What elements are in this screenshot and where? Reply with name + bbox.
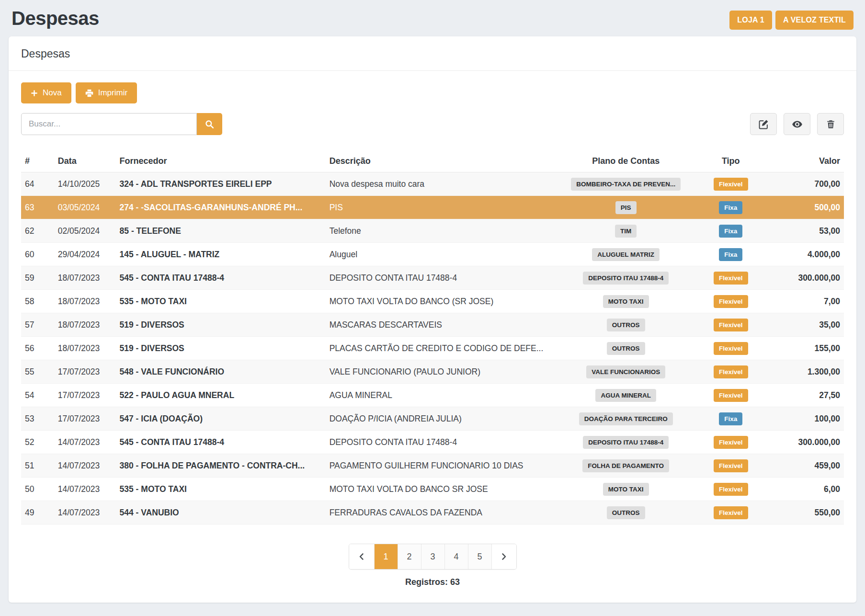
search-input[interactable] [21,113,197,135]
row-supplier: 324 - ADL TRANSPORTES EIRELI EPP [116,172,326,196]
store-button[interactable]: LOJA 1 [729,11,772,30]
row-supplier: 535 - MOTO TAXI [116,290,326,313]
page-button-5[interactable]: 5 [468,544,491,569]
pagination-next[interactable] [491,544,516,569]
pagination: 12345 [349,544,517,570]
view-button[interactable] [784,113,810,135]
row-description: MOTO TAXI VOLTA DO BANCO (SR JOSE) [326,290,556,313]
row-id: 63 [21,196,54,219]
page-button-2[interactable]: 2 [398,544,421,569]
type-badge: Flexível [714,272,748,285]
row-description: VALE FUNCIONARIO (PAULO JUNIOR) [326,360,556,384]
edit-button[interactable] [750,113,777,135]
row-account-plan-cell: DEPOSITO ITAU 17488-4 [556,266,696,290]
row-type-cell: Flexível [696,431,766,454]
row-type-cell: Fixa [696,219,766,243]
table-row[interactable]: 63 03/05/2024 274 - -SACOLITAS-GARANHUNS… [21,196,844,219]
new-expense-label: Nova [43,88,62,98]
type-badge: Flexível [714,506,748,519]
row-account-plan-cell: VALE FUNCIONARIOS [556,360,696,384]
table-row[interactable]: 57 18/07/2023 519 - DIVERSOS MASCARAS DE… [21,313,844,337]
row-description: MASCARAS DESCARTAVEIS [326,313,556,337]
table-row[interactable]: 55 17/07/2023 548 - VALE FUNCIONÁRIO VAL… [21,360,844,384]
row-id: 59 [21,266,54,290]
row-supplier: 85 - TELEFONE [116,219,326,243]
table-row[interactable]: 51 14/07/2023 380 - FOLHA DE PAGAMENTO -… [21,454,844,478]
page: Despesas LOJA 1 A VELOZ TEXTIL Despesas … [0,0,865,603]
row-supplier: 545 - CONTA ITAU 17488-4 [116,431,326,454]
search-icon [205,120,214,129]
row-account-plan-cell: OUTROS [556,337,696,360]
table-row[interactable]: 56 18/07/2023 519 - DIVERSOS PLACAS CART… [21,337,844,360]
chevron-left-icon [358,553,365,560]
row-value: 27,50 [766,384,844,407]
table-row[interactable]: 54 17/07/2023 522 - PAULO AGUA MNERAL AG… [21,384,844,407]
row-supplier: 545 - CONTA ITAU 17488-4 [116,266,326,290]
row-value: 1.300,00 [766,360,844,384]
table-row[interactable]: 58 18/07/2023 535 - MOTO TAXI MOTO TAXI … [21,290,844,313]
row-value: 7,00 [766,290,844,313]
print-button[interactable]: Imprimir [76,82,137,103]
row-type-cell: Flexível [696,290,766,313]
row-date: 18/07/2023 [54,290,116,313]
row-description: PIS [326,196,556,219]
pagination-prev[interactable] [349,544,374,569]
row-date: 14/07/2023 [54,501,116,525]
table-row[interactable]: 53 17/07/2023 547 - ICIA (DOAÇÃO) DOAÇÃO… [21,407,844,431]
table-row[interactable]: 60 29/04/2024 145 - ALUGUEL - MATRIZ Alu… [21,243,844,266]
row-account-plan-cell: BOMBEIRO-TAXA DE PREVEN... [556,172,696,196]
account-plan-badge: BOMBEIRO-TAXA DE PREVEN... [571,178,681,191]
type-badge: Fixa [719,412,742,425]
search-button[interactable] [197,113,222,135]
expenses-table: #DataFornecedorDescriçãoPlano de ContasT… [21,150,844,525]
search-group [21,113,222,135]
row-value: 100,00 [766,407,844,431]
table-head: #DataFornecedorDescriçãoPlano de ContasT… [21,150,844,172]
type-badge: Flexível [714,319,748,331]
page-button-4[interactable]: 4 [444,544,468,569]
row-value: 155,00 [766,337,844,360]
row-id: 56 [21,337,54,360]
records-count: Registros: 63 [21,577,844,587]
type-badge: Fixa [719,225,742,238]
row-date: 14/10/2025 [54,172,116,196]
row-account-plan-cell: MOTO TAXI [556,478,696,501]
row-supplier: 145 - ALUGUEL - MATRIZ [116,243,326,266]
company-button[interactable]: A VELOZ TEXTIL [775,11,854,30]
page-button-1[interactable]: 1 [374,544,398,569]
table-row[interactable]: 49 14/07/2023 544 - VANUBIO FERRADURAS C… [21,501,844,525]
type-badge: Flexível [714,436,748,449]
page-header: Despesas LOJA 1 A VELOZ TEXTIL [9,6,856,30]
header-badges: LOJA 1 A VELOZ TEXTIL [729,6,854,30]
account-plan-badge: MOTO TAXI [603,483,649,496]
row-supplier: 544 - VANUBIO [116,501,326,525]
table-row[interactable]: 64 14/10/2025 324 - ADL TRANSPORTES EIRE… [21,172,844,196]
row-type-cell: Flexível [696,360,766,384]
row-date: 17/07/2023 [54,384,116,407]
row-value: 35,00 [766,313,844,337]
page-button-3[interactable]: 3 [421,544,444,569]
row-type-cell: Fixa [696,243,766,266]
row-supplier: 519 - DIVERSOS [116,313,326,337]
row-supplier: 274 - -SACOLITAS-GARANHUNS-ANDRÉ PH... [116,196,326,219]
table-row[interactable]: 59 18/07/2023 545 - CONTA ITAU 17488-4 D… [21,266,844,290]
row-value: 550,00 [766,501,844,525]
account-plan-badge: ALUGUEL MATRIZ [592,248,660,261]
new-expense-button[interactable]: Nova [21,82,71,103]
table-row[interactable]: 50 14/07/2023 535 - MOTO TAXI MOTO TAXI … [21,478,844,501]
row-value: 6,00 [766,478,844,501]
row-supplier: 547 - ICIA (DOAÇÃO) [116,407,326,431]
expenses-card: Despesas Nova [9,36,856,603]
row-id: 52 [21,431,54,454]
print-label: Imprimir [98,88,127,98]
row-account-plan-cell: DEPOSITO ITAU 17488-4 [556,431,696,454]
row-date: 02/05/2024 [54,219,116,243]
row-description: AGUA MINERAL [326,384,556,407]
table-row[interactable]: 52 14/07/2023 545 - CONTA ITAU 17488-4 D… [21,431,844,454]
row-type-cell: Flexível [696,501,766,525]
row-description: FERRADURAS CAVALOS DA FAZENDA [326,501,556,525]
delete-button[interactable] [817,113,844,135]
column-header-desc: Descrição [326,150,556,172]
table-row[interactable]: 62 02/05/2024 85 - TELEFONE Telefone TIM… [21,219,844,243]
row-date: 03/05/2024 [54,196,116,219]
